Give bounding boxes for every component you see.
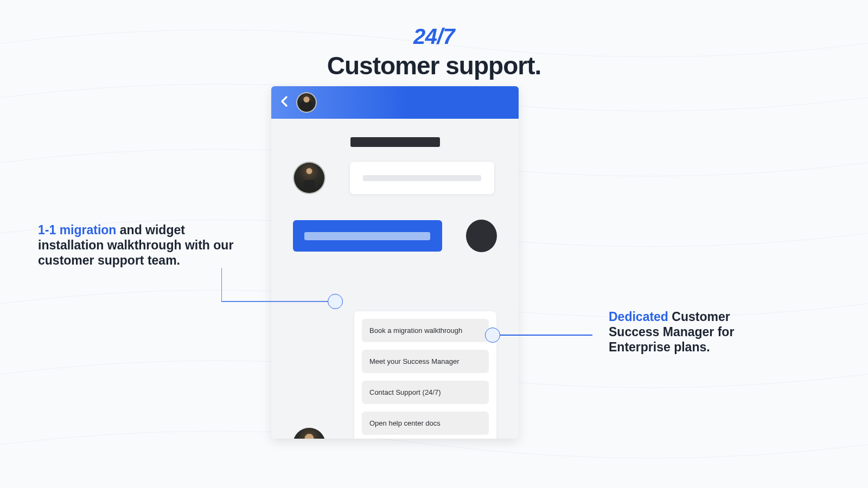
action-help-docs[interactable]: Open help center docs xyxy=(362,412,489,435)
agent-avatar xyxy=(293,428,326,439)
connector-dot-left xyxy=(328,294,343,309)
callout-highlight: 1-1 migration xyxy=(38,223,116,237)
callout-csm: Dedicated Customer Success Manager for E… xyxy=(609,309,750,355)
message-agent-row xyxy=(293,161,497,195)
back-icon[interactable] xyxy=(280,95,289,110)
message-user-row xyxy=(293,220,497,252)
action-contact-support[interactable]: Contact Support (24/7) xyxy=(362,381,489,404)
message-placeholder xyxy=(363,175,481,181)
action-label: Meet your Success Manager xyxy=(369,357,459,365)
chat-widget: Book a migration walkthrough Meet your S… xyxy=(271,86,519,439)
user-message-bubble xyxy=(293,220,442,252)
callout-migration: 1-1 migration and widget installation wa… xyxy=(38,222,244,268)
user-avatar xyxy=(466,220,497,252)
action-label: Open help center docs xyxy=(369,419,441,427)
agent-message-bubble xyxy=(349,161,495,195)
agent-avatar-header xyxy=(296,92,317,113)
action-success-manager[interactable]: Meet your Success Manager xyxy=(362,350,489,373)
action-label: Contact Support (24/7) xyxy=(369,388,441,396)
heading-kicker: 24/7 xyxy=(327,24,541,49)
heading: 24/7 Customer support. xyxy=(327,24,541,80)
connector-dot-right xyxy=(485,328,500,343)
quick-actions-card: Book a migration walkthrough Meet your S… xyxy=(354,311,497,439)
timestamp-placeholder xyxy=(350,137,440,147)
action-migration-walkthrough[interactable]: Book a migration walkthrough xyxy=(362,319,489,342)
agent-avatar xyxy=(293,162,326,194)
chat-header xyxy=(271,86,519,119)
callout-highlight: Dedicated xyxy=(609,310,668,324)
message-placeholder xyxy=(304,232,430,240)
heading-title: Customer support. xyxy=(327,51,541,80)
chat-scroll-area: Book a migration walkthrough Meet your S… xyxy=(271,119,519,252)
action-label: Book a migration walkthrough xyxy=(369,326,462,335)
